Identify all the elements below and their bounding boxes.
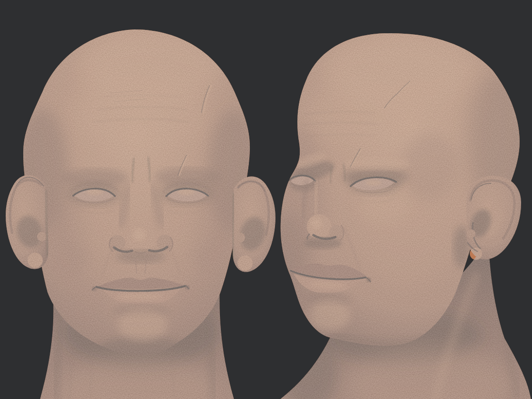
sculpt-viewport <box>0 0 532 399</box>
sculpt-render-svg <box>0 0 532 399</box>
